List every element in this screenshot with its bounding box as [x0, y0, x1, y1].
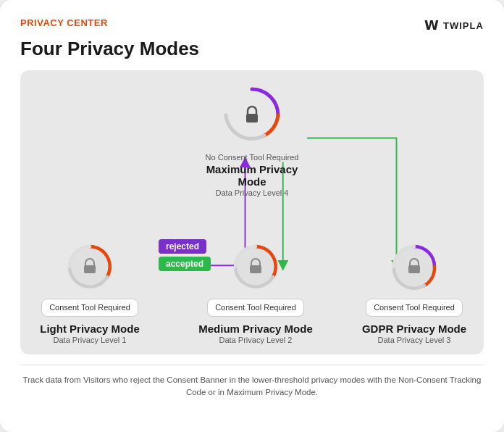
footer-text: Track data from Visitors who reject the … — [23, 375, 482, 396]
light-privacy-icon — [64, 241, 116, 293]
gdpr-mode-title: GDPR Privacy Mode — [362, 323, 466, 335]
max-mode-title: Maximum Privacy Mode — [194, 163, 310, 188]
light-mode-level: Data Privacy Level 1 — [54, 336, 127, 344]
svg-rect-5 — [250, 265, 261, 273]
medium-privacy-icon — [230, 241, 282, 293]
gdpr-consent-box: Consent Tool Required — [366, 299, 463, 317]
light-mode-title: Light Privacy Mode — [40, 323, 140, 335]
logo-name: TWIPLA — [443, 20, 484, 31]
rejected-badge: rejected — [159, 239, 206, 254]
svg-rect-3 — [84, 265, 96, 273]
badges-container: rejected accepted — [159, 239, 211, 271]
medium-consent-label: Consent Tool Required — [215, 303, 296, 312]
header: PRIVACY CENTER 𝗪 TWIPLA — [20, 17, 484, 33]
mode-top: No Consent Tool Required Maximum Privacy… — [194, 83, 310, 197]
brand-label: PRIVACY CENTER — [20, 17, 108, 28]
gdpr-consent-label: Consent Tool Required — [374, 303, 455, 312]
medium-mode-title: Medium Privacy Mode — [198, 323, 313, 335]
light-consent-box: Consent Tool Required — [41, 299, 138, 317]
page-title: Four Privacy Modes — [20, 38, 484, 60]
max-mode-level: Data Privacy Level 4 — [216, 188, 289, 197]
diagram-content: No Consent Tool Required Maximum Privacy… — [32, 83, 472, 344]
medium-consent-box: Consent Tool Required — [207, 299, 304, 317]
max-privacy-icon — [220, 83, 284, 147]
svg-rect-7 — [408, 265, 420, 273]
medium-mode-level: Data Privacy Level 2 — [219, 336, 293, 344]
gdpr-privacy-icon — [388, 241, 440, 293]
max-consent-label: No Consent Tool Required — [206, 153, 299, 162]
mode-light: Consent Tool Required Light Privacy Mode… — [32, 241, 148, 344]
logo-w-icon: 𝗪 — [424, 17, 440, 33]
twipla-logo: 𝗪 TWIPLA — [424, 17, 484, 33]
light-consent-label: Consent Tool Required — [49, 303, 130, 312]
modes-bottom: Consent Tool Required Light Privacy Mode… — [32, 241, 472, 344]
mode-gdpr: Consent Tool Required GDPR Privacy Mode … — [356, 241, 472, 344]
diagram-area: No Consent Tool Required Maximum Privacy… — [20, 70, 484, 354]
svg-rect-1 — [246, 114, 258, 122]
footer-note: Track data from Visitors who reject the … — [20, 365, 484, 399]
gdpr-mode-level: Data Privacy Level 3 — [378, 336, 451, 344]
mode-medium: Consent Tool Required Medium Privacy Mod… — [198, 241, 314, 344]
main-card: PRIVACY CENTER 𝗪 TWIPLA Four Privacy Mod… — [0, 0, 504, 432]
accepted-badge: accepted — [159, 257, 211, 271]
